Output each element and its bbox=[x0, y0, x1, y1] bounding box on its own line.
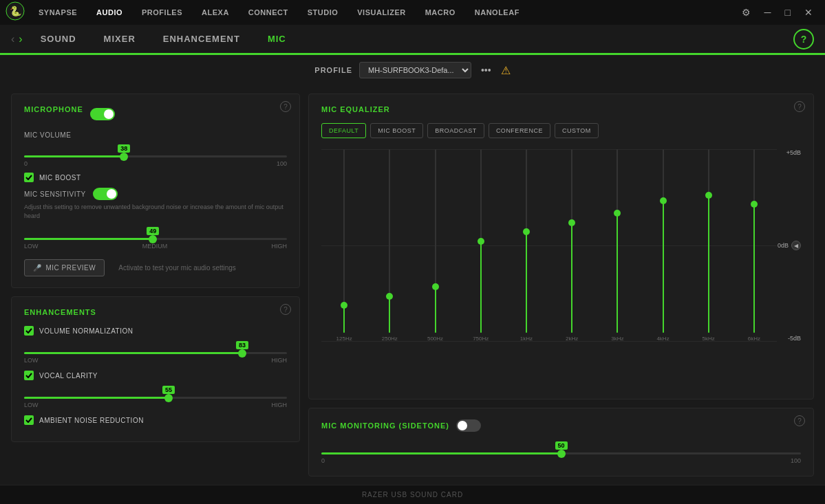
mic-volume-track[interactable] bbox=[24, 155, 287, 157]
mic-boost-label: MIC BOOST bbox=[39, 174, 81, 182]
enhancements-help-icon[interactable]: ? bbox=[280, 304, 291, 315]
nav-macro[interactable]: MACRO bbox=[416, 0, 465, 25]
eq-preset-conference[interactable]: CONFERENCE bbox=[489, 123, 550, 138]
eq-band-track-5kHz[interactable] bbox=[708, 149, 709, 333]
mic-preview-button[interactable]: 🎤 MIC PREVIEW bbox=[24, 259, 105, 276]
vol-norm-high: HIGH bbox=[272, 357, 288, 364]
eq-band-track-750Hz[interactable] bbox=[480, 149, 482, 333]
mic-boost-checkbox[interactable] bbox=[24, 173, 34, 182]
eq-col-125Hz: 125Hz bbox=[321, 149, 367, 355]
eq-band-track-500Hz[interactable] bbox=[435, 149, 436, 333]
vol-norm-track[interactable] bbox=[24, 352, 287, 354]
eq-db-top: +5dB bbox=[786, 149, 801, 156]
eq-band-thumb-6kHz[interactable] bbox=[751, 201, 758, 208]
vocal-clarity-track[interactable] bbox=[24, 397, 287, 399]
vocal-clarity-label: Vocal Clarity bbox=[39, 372, 98, 380]
eq-col-2kHz: 2kHz bbox=[549, 149, 594, 355]
eq-freq-label-9: 6kHz bbox=[748, 336, 760, 342]
eq-reset-button[interactable]: ◀ bbox=[791, 241, 801, 250]
eq-band-track-2kHz[interactable] bbox=[571, 149, 572, 333]
eq-band-track-6kHz[interactable] bbox=[753, 149, 755, 333]
monitoring-slider-container: 50 bbox=[321, 441, 801, 454]
profile-more-button[interactable]: ••• bbox=[478, 65, 494, 76]
vocal-clarity-checkbox[interactable] bbox=[24, 371, 34, 380]
vol-norm-checkbox[interactable] bbox=[24, 326, 34, 336]
monitoring-help-icon[interactable]: ? bbox=[794, 415, 805, 426]
help-button[interactable]: ? bbox=[793, 29, 814, 50]
close-button[interactable]: ✕ bbox=[797, 0, 819, 25]
tab-mixer[interactable]: MIXER bbox=[90, 24, 149, 54]
eq-help-icon[interactable]: ? bbox=[794, 101, 805, 112]
tab-sound[interactable]: SOUND bbox=[27, 24, 90, 54]
eq-chart: +5dB 0dB ◀ -5dB bbox=[321, 149, 801, 355]
nav-audio[interactable]: AUDIO bbox=[87, 0, 132, 25]
mic-sensitivity-toggle[interactable] bbox=[93, 188, 118, 200]
ambient-noise-checkbox[interactable] bbox=[24, 415, 34, 425]
mic-icon: 🎤 bbox=[33, 264, 42, 272]
eq-band-thumb-4kHz[interactable] bbox=[660, 197, 667, 204]
eq-band-thumb-250Hz[interactable] bbox=[386, 293, 393, 300]
eq-band-track-4kHz[interactable] bbox=[663, 149, 664, 333]
eq-freq-label-8: 5kHz bbox=[703, 336, 715, 342]
nav-synapse[interactable]: SYNAPSE bbox=[29, 0, 87, 25]
sensitivity-med: MEDIUM bbox=[142, 243, 168, 250]
monitoring-toggle[interactable] bbox=[456, 419, 481, 432]
footer-text: RAZER USB SOUND CARD bbox=[362, 491, 463, 498]
eq-preset-default[interactable]: DEFAULT bbox=[321, 123, 366, 138]
eq-freq-label-7: 4kHz bbox=[656, 336, 669, 342]
nav-profiles[interactable]: PROFILES bbox=[132, 0, 192, 25]
nav-nanoleaf[interactable]: NANOLEAF bbox=[465, 0, 529, 25]
eq-band-track-125Hz[interactable] bbox=[343, 149, 345, 333]
profile-select[interactable]: MH-SURFBOOK3-Defa... bbox=[359, 62, 471, 78]
minimize-button[interactable]: ─ bbox=[758, 0, 778, 25]
eq-band-thumb-125Hz[interactable] bbox=[341, 302, 347, 309]
eq-preset-custom[interactable]: CUSTOM bbox=[555, 123, 599, 138]
eq-freq-label-2: 500Hz bbox=[427, 336, 443, 342]
tab-mic[interactable]: MIC bbox=[254, 24, 300, 54]
mic-preview-label: MIC PREVIEW bbox=[46, 264, 96, 272]
eq-freq-label-5: 2kHz bbox=[566, 336, 578, 342]
eq-band-thumb-500Hz[interactable] bbox=[432, 283, 439, 290]
right-panel: ? MIC EQUALIZER DEFAULT MIC BOOST BROADC… bbox=[308, 94, 814, 476]
eq-freq-label-1: 250Hz bbox=[382, 336, 398, 342]
monitoring-track[interactable] bbox=[321, 452, 801, 454]
title-bar: 🐍 SYNAPSE AUDIO PROFILES ALEXA CONNECT S… bbox=[0, 0, 825, 25]
microphone-toggle[interactable] bbox=[90, 108, 115, 120]
monitoring-badge: 50 bbox=[555, 441, 567, 450]
eq-band-track-1kHz[interactable] bbox=[526, 149, 527, 333]
eq-db-mid: 0dB ◀ bbox=[778, 241, 801, 250]
tab-enhancement[interactable]: ENHANCEMENT bbox=[149, 24, 254, 54]
eq-band-track-250Hz[interactable] bbox=[389, 149, 390, 333]
eq-band-thumb-750Hz[interactable] bbox=[478, 238, 484, 245]
eq-freq-label-3: 750Hz bbox=[473, 336, 489, 342]
monitoring-title: MIC MONITORING (SIDETONE) bbox=[321, 421, 449, 430]
mic-help-icon[interactable]: ? bbox=[280, 101, 291, 112]
sensitivity-high: HIGH bbox=[271, 243, 287, 250]
nav-studio[interactable]: STUDIO bbox=[298, 0, 348, 25]
nav-connect[interactable]: CONNECT bbox=[239, 0, 298, 25]
eq-band-track-3kHz[interactable] bbox=[617, 149, 618, 333]
microphone-card: ? MICROPHONE MIC VOLUME 38 0 100 bbox=[11, 94, 300, 288]
mic-sensitivity-track[interactable] bbox=[24, 238, 287, 240]
svg-text:🐍: 🐍 bbox=[10, 6, 22, 17]
eq-band-thumb-2kHz[interactable] bbox=[568, 219, 575, 226]
enhancements-title: ENHANCEMENTS bbox=[24, 308, 287, 316]
eq-band-thumb-5kHz[interactable] bbox=[705, 192, 712, 199]
eq-band-thumb-1kHz[interactable] bbox=[523, 228, 530, 235]
eq-band-thumb-3kHz[interactable] bbox=[614, 210, 621, 217]
eq-freq-label-6: 3kHz bbox=[611, 336, 623, 342]
eq-preset-broadcast[interactable]: BROADCAST bbox=[427, 123, 484, 138]
settings-button[interactable]: ⚙ bbox=[735, 0, 758, 25]
eq-title: MIC EQUALIZER bbox=[321, 105, 801, 113]
back-arrow[interactable]: ‹ bbox=[11, 33, 14, 45]
mic-volume-section: MIC VOLUME 38 0 100 bbox=[24, 131, 287, 167]
monitoring-max: 100 bbox=[791, 457, 801, 464]
maximize-button[interactable]: □ bbox=[778, 0, 797, 25]
eq-col-1kHz: 1kHz bbox=[504, 149, 549, 355]
nav-visualizer[interactable]: VISUALIZER bbox=[347, 0, 415, 25]
nav-alexa[interactable]: ALEXA bbox=[192, 0, 239, 25]
ambient-noise-row: Ambient Noise Reduction bbox=[24, 415, 287, 425]
sensitivity-low: LOW bbox=[24, 243, 39, 250]
forward-arrow[interactable]: › bbox=[19, 33, 22, 45]
eq-preset-mic-boost[interactable]: MIC BOOST bbox=[370, 123, 423, 138]
